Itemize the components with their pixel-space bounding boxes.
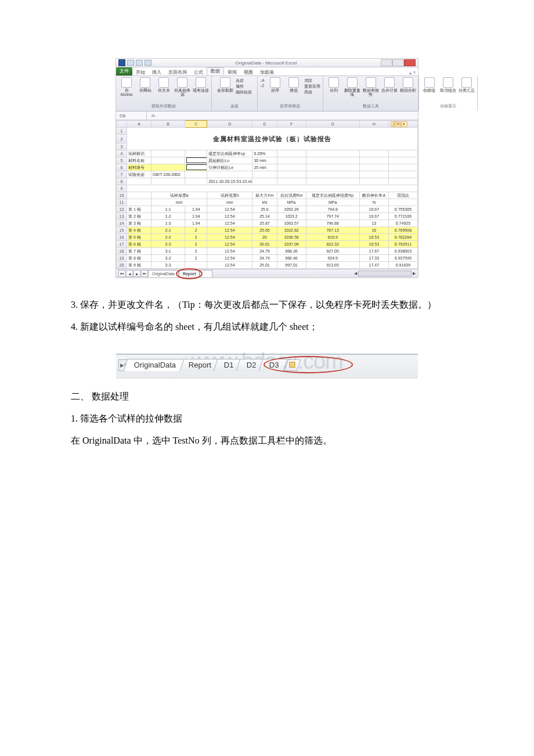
tab-formula[interactable]: 公式: [190, 69, 207, 75]
sheet-nav-first-icon[interactable]: ⏮: [118, 270, 125, 277]
table-row[interactable]: 17第 6 根2-3212.5426.011037.09822.3210.530…: [117, 241, 418, 248]
subtotal-button[interactable]: 分类汇总: [459, 77, 475, 92]
existing-conn-button[interactable]: 现有连接: [193, 77, 209, 92]
tab-insert[interactable]: 插入: [149, 69, 165, 75]
sort-button[interactable]: 排序: [267, 77, 283, 92]
table-row[interactable]: 12第 1 根1-11.9412.5425.61052.29794.810.67…: [117, 206, 418, 213]
row-8[interactable]: 8 2011-10-20-15-53-22.mdb: [117, 178, 418, 185]
name-box[interactable]: C6: [116, 111, 147, 120]
hscroll-track[interactable]: [358, 271, 412, 276]
sheet-tab-originaldata[interactable]: OriginalData: [148, 270, 179, 277]
from-other-button[interactable]: 自其他来源: [174, 77, 190, 96]
advanced-button[interactable]: 高级: [304, 90, 320, 95]
refresh-all-button[interactable]: 全部刷新: [217, 77, 233, 92]
tab-page-layout[interactable]: 页面布局: [165, 69, 190, 75]
sheet-nav-prev-icon[interactable]: ◀: [126, 270, 133, 277]
minimize-ribbon-icon[interactable]: ▴: [409, 70, 412, 75]
row-11-units[interactable]: 11 mm mm kN MPa MPa %: [117, 199, 418, 206]
row-3[interactable]: 3: [117, 143, 418, 150]
select-all-corner[interactable]: [117, 121, 127, 128]
window-maximize-button[interactable]: [392, 59, 404, 66]
window-minimize-button[interactable]: [381, 59, 392, 66]
from-text-button[interactable]: 自文本: [156, 77, 172, 92]
window-close-button[interactable]: [404, 59, 416, 66]
help-icon[interactable]: ?: [413, 70, 416, 75]
data-validation-button[interactable]: 数据有效性: [363, 77, 379, 96]
from-web-button[interactable]: 自网站: [137, 77, 153, 92]
fx-icon[interactable]: fx: [147, 113, 160, 118]
closeup-new-sheet-button[interactable]: [284, 359, 301, 371]
row-6[interactable]: 6 材料牌号 引伸计标距Le 25 mm: [117, 164, 418, 171]
tab-file[interactable]: 文件: [116, 67, 132, 75]
remove-dup-button[interactable]: 删除重复项: [344, 77, 360, 96]
consolidate-button[interactable]: 合并计算: [381, 77, 398, 92]
row-10-headers[interactable]: 10 试样厚度a 试样宽度b 最大力Fm 抗拉强度Rm 规定非比例延伸强度Rp …: [117, 192, 418, 199]
edit-links-button[interactable]: 编辑链接: [236, 90, 252, 95]
col-header[interactable]: C: [185, 121, 207, 128]
tab-data[interactable]: 数据: [207, 67, 224, 75]
table-row[interactable]: 15第 4 根2-1212.5425.651022.82787.13100.76…: [117, 227, 418, 234]
table-row[interactable]: 20第 9 根3-312.5425.01997.01913.6517.470.9…: [117, 262, 418, 269]
row-4[interactable]: 4 试样标识 规定非比例延伸率εp 0.20%: [117, 150, 418, 157]
sheet-tab-report[interactable]: Report: [179, 270, 200, 277]
paste-options-badge[interactable]: (Ctrl) ▾: [391, 121, 408, 127]
ribbon-tabstrip: 文件 开始 插入 页面布局 公式 数据 审阅 视图 加载项 ▴ ?: [116, 67, 418, 76]
col-header[interactable]: B: [151, 121, 185, 128]
row-7[interactable]: 7 试验依据 GB/T 228-2002: [117, 171, 418, 178]
group-button[interactable]: 创建组: [421, 77, 438, 92]
col-header[interactable]: G: [306, 121, 359, 128]
row-5[interactable]: 5 材料名称 原始标距Lo 30 mm: [117, 157, 418, 164]
closeup-tab-d3[interactable]: D3: [258, 359, 287, 371]
filter-button[interactable]: 筛选: [286, 77, 302, 92]
mdb-filename: 2011-10-20-15-53-22.mdb: [207, 178, 252, 185]
input-box[interactable]: [186, 157, 207, 163]
tab-addin[interactable]: 加载项: [257, 69, 277, 75]
properties-button[interactable]: 属性: [236, 84, 252, 89]
clear-filter-button[interactable]: 清除: [304, 78, 320, 84]
window-title: OriginalData - Microsoft Excel: [236, 60, 297, 66]
col-header[interactable]: F: [277, 121, 306, 128]
hscroll-right-icon[interactable]: ▶: [413, 271, 416, 276]
qat-save-icon[interactable]: [127, 60, 134, 66]
col-header[interactable]: A: [127, 121, 151, 128]
qat-redo-icon[interactable]: [145, 60, 151, 66]
table-row[interactable]: 16第 5 根2-2212.54261036.58810.910.530.782…: [117, 234, 418, 241]
col-header[interactable]: H: [359, 121, 388, 128]
ungroup-button[interactable]: 取消组合: [440, 77, 456, 92]
row-9[interactable]: 9: [117, 185, 418, 192]
sort-az-button[interactable]: ↓A: [260, 78, 265, 82]
tab-home[interactable]: 开始: [132, 69, 149, 75]
closeup-tab-originaldata[interactable]: OriginalData: [124, 359, 185, 371]
row-1[interactable]: 1: [117, 128, 418, 135]
sort-za-button[interactable]: ↓Z: [260, 84, 265, 88]
row-header: 7: [117, 171, 127, 178]
table-row[interactable]: 19第 8 根3-2212.5424.74986.46924.917.330.9…: [117, 255, 418, 262]
row-2[interactable]: 2 金属材料室温拉伸试验（板）试验报告: [117, 135, 418, 143]
row-header: 2: [117, 135, 127, 143]
qat-undo-icon[interactable]: [136, 60, 143, 66]
col-header[interactable]: D: [207, 121, 252, 128]
table-row[interactable]: 13第 2 根1-21.9412.5425.141033.2797.7410.6…: [117, 213, 418, 220]
input-box[interactable]: [186, 164, 207, 170]
sheet-nav-next-icon[interactable]: ▶: [134, 270, 140, 277]
row-header: 4: [117, 150, 127, 157]
whatif-button[interactable]: 模拟分析: [400, 77, 416, 92]
row-header: 6: [117, 164, 127, 171]
text-to-columns-button[interactable]: 分列: [326, 77, 342, 92]
row-header: 10: [117, 192, 127, 199]
quick-access-toolbar[interactable]: [127, 60, 151, 66]
row-header: 11: [117, 199, 127, 206]
group-data-tools: 数据工具: [363, 103, 379, 110]
reapply-button[interactable]: 重新应用: [304, 84, 320, 89]
col-header[interactable]: E: [252, 121, 277, 128]
table-row[interactable]: 14第 3 根1-31.9412.5425.871063.57796.88130…: [117, 220, 418, 227]
hscroll-left-icon[interactable]: ◀: [354, 271, 357, 276]
connections-button[interactable]: 连接: [236, 78, 252, 84]
from-access-button[interactable]: 自 Access: [118, 77, 135, 96]
tab-view[interactable]: 视图: [240, 69, 257, 75]
tab-review[interactable]: 审阅: [224, 69, 240, 75]
column-header-row[interactable]: A B C D E F G H I: [117, 121, 418, 128]
table-row[interactable]: 18第 7 根3-1212.5424.79988.26927.0517.670.…: [117, 248, 418, 255]
sheet-nav-last-icon[interactable]: ⏭: [141, 270, 148, 277]
spreadsheet-grid[interactable]: (Ctrl) ▾ A B C D E F G H I: [116, 120, 418, 269]
